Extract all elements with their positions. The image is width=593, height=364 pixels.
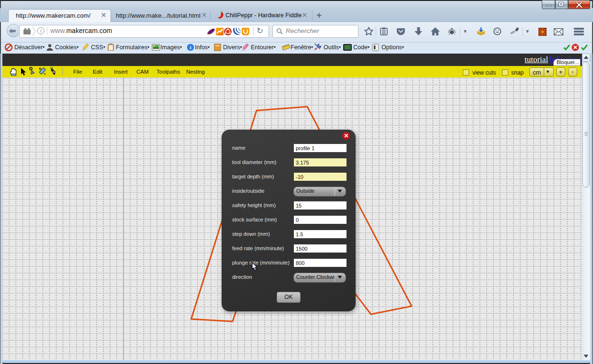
svg-text:i: i <box>190 44 191 50</box>
